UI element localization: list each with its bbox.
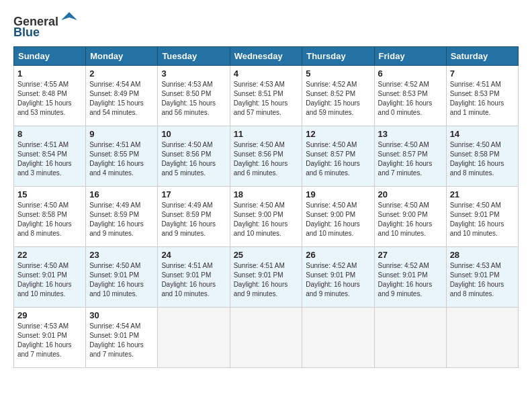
day-info: Sunrise: 4:50 AMSunset: 8:56 PMDaylight:… (161, 140, 226, 178)
day-number: 18 (234, 189, 299, 199)
calendar-week-4: 22Sunrise: 4:50 AMSunset: 9:01 PMDayligh… (14, 247, 519, 308)
day-number: 7 (450, 68, 515, 79)
day-cell-29: 29Sunrise: 4:53 AMSunset: 9:01 PMDayligh… (14, 308, 86, 368)
day-cell-20: 20Sunrise: 4:50 AMSunset: 9:00 PMDayligh… (374, 187, 446, 247)
day-info: Sunrise: 4:50 AMSunset: 8:58 PMDaylight:… (17, 201, 82, 238)
day-number: 26 (306, 250, 370, 260)
day-cell-27: 27Sunrise: 4:52 AMSunset: 9:01 PMDayligh… (374, 247, 446, 308)
day-info: Sunrise: 4:50 AMSunset: 9:00 PMDaylight:… (234, 201, 299, 238)
day-number: 16 (89, 189, 154, 199)
empty-cell (446, 308, 518, 368)
day-number: 11 (234, 129, 299, 139)
calendar-week-3: 15Sunrise: 4:50 AMSunset: 8:58 PMDayligh… (14, 187, 519, 247)
day-info: Sunrise: 4:53 AMSunset: 9:01 PMDaylight:… (450, 261, 515, 299)
day-cell-13: 13Sunrise: 4:50 AMSunset: 8:57 PMDayligh… (374, 126, 446, 187)
day-number: 24 (161, 250, 226, 260)
day-cell-16: 16Sunrise: 4:49 AMSunset: 8:59 PMDayligh… (86, 187, 158, 247)
day-number: 6 (378, 68, 443, 79)
empty-cell (374, 308, 446, 368)
day-info: Sunrise: 4:50 AMSunset: 9:00 PMDaylight:… (378, 201, 443, 238)
day-info: Sunrise: 4:52 AMSunset: 9:01 PMDaylight:… (306, 261, 370, 299)
day-cell-30: 30Sunrise: 4:54 AMSunset: 9:01 PMDayligh… (86, 308, 158, 368)
day-number: 20 (378, 189, 443, 199)
logo: General Blue (13, 13, 79, 40)
day-cell-3: 3Sunrise: 4:53 AMSunset: 8:50 PMDaylight… (158, 66, 230, 126)
day-number: 5 (306, 68, 370, 79)
svg-marker-0 (61, 12, 77, 20)
day-info: Sunrise: 4:54 AMSunset: 8:49 PMDaylight:… (89, 80, 154, 118)
day-info: Sunrise: 4:50 AMSunset: 9:01 PMDaylight:… (89, 261, 154, 299)
day-number: 12 (306, 129, 370, 139)
logo-icon (60, 11, 79, 30)
page-header: General Blue (13, 13, 519, 40)
day-info: Sunrise: 4:50 AMSunset: 9:00 PMDaylight:… (306, 201, 370, 238)
calendar-table: SundayMondayTuesdayWednesdayThursdayFrid… (13, 46, 519, 368)
day-cell-11: 11Sunrise: 4:50 AMSunset: 8:56 PMDayligh… (230, 126, 302, 187)
day-cell-14: 14Sunrise: 4:50 AMSunset: 8:58 PMDayligh… (446, 126, 518, 187)
day-number: 22 (17, 250, 82, 260)
day-info: Sunrise: 4:50 AMSunset: 8:57 PMDaylight:… (378, 140, 443, 178)
day-number: 30 (89, 310, 154, 320)
day-info: Sunrise: 4:51 AMSunset: 9:01 PMDaylight:… (234, 261, 299, 299)
day-cell-5: 5Sunrise: 4:52 AMSunset: 8:52 PMDaylight… (302, 66, 374, 126)
calendar-week-1: 1Sunrise: 4:55 AMSunset: 8:48 PMDaylight… (14, 66, 519, 126)
calendar-week-2: 8Sunrise: 4:51 AMSunset: 8:54 PMDaylight… (14, 126, 519, 187)
day-cell-26: 26Sunrise: 4:52 AMSunset: 9:01 PMDayligh… (302, 247, 374, 308)
weekday-header-saturday: Saturday (446, 47, 518, 66)
day-info: Sunrise: 4:53 AMSunset: 9:01 PMDaylight:… (17, 322, 82, 359)
day-number: 27 (378, 250, 443, 260)
day-info: Sunrise: 4:50 AMSunset: 8:56 PMDaylight:… (234, 140, 299, 178)
calendar-week-5: 29Sunrise: 4:53 AMSunset: 9:01 PMDayligh… (14, 308, 519, 368)
day-info: Sunrise: 4:54 AMSunset: 9:01 PMDaylight:… (89, 322, 154, 359)
day-info: Sunrise: 4:53 AMSunset: 8:51 PMDaylight:… (234, 80, 299, 118)
day-cell-2: 2Sunrise: 4:54 AMSunset: 8:49 PMDaylight… (86, 66, 158, 126)
day-cell-25: 25Sunrise: 4:51 AMSunset: 9:01 PMDayligh… (230, 247, 302, 308)
day-cell-7: 7Sunrise: 4:51 AMSunset: 8:53 PMDaylight… (446, 66, 518, 126)
day-info: Sunrise: 4:51 AMSunset: 9:01 PMDaylight:… (161, 261, 226, 299)
day-cell-15: 15Sunrise: 4:50 AMSunset: 8:58 PMDayligh… (14, 187, 86, 247)
day-cell-24: 24Sunrise: 4:51 AMSunset: 9:01 PMDayligh… (158, 247, 230, 308)
day-info: Sunrise: 4:52 AMSunset: 9:01 PMDaylight:… (378, 261, 443, 299)
day-info: Sunrise: 4:51 AMSunset: 8:53 PMDaylight:… (450, 80, 515, 118)
day-cell-22: 22Sunrise: 4:50 AMSunset: 9:01 PMDayligh… (14, 247, 86, 308)
weekday-header-thursday: Thursday (302, 47, 374, 66)
day-info: Sunrise: 4:50 AMSunset: 8:58 PMDaylight:… (450, 140, 515, 178)
day-info: Sunrise: 4:51 AMSunset: 8:55 PMDaylight:… (89, 140, 154, 178)
day-info: Sunrise: 4:50 AMSunset: 9:01 PMDaylight:… (17, 261, 82, 299)
day-cell-19: 19Sunrise: 4:50 AMSunset: 9:00 PMDayligh… (302, 187, 374, 247)
day-number: 2 (89, 68, 154, 79)
day-cell-6: 6Sunrise: 4:52 AMSunset: 8:53 PMDaylight… (374, 66, 446, 126)
day-info: Sunrise: 4:51 AMSunset: 8:54 PMDaylight:… (17, 140, 82, 178)
weekday-header-friday: Friday (374, 47, 446, 66)
empty-cell (158, 308, 230, 368)
day-cell-1: 1Sunrise: 4:55 AMSunset: 8:48 PMDaylight… (14, 66, 86, 126)
empty-cell (302, 308, 374, 368)
day-info: Sunrise: 4:50 AMSunset: 8:57 PMDaylight:… (306, 140, 370, 178)
weekday-header-sunday: Sunday (14, 47, 86, 66)
day-number: 25 (234, 250, 299, 260)
day-cell-18: 18Sunrise: 4:50 AMSunset: 9:00 PMDayligh… (230, 187, 302, 247)
day-number: 23 (89, 250, 154, 260)
day-cell-21: 21Sunrise: 4:50 AMSunset: 9:01 PMDayligh… (446, 187, 518, 247)
day-number: 19 (306, 189, 370, 199)
day-number: 28 (450, 250, 515, 260)
day-info: Sunrise: 4:55 AMSunset: 8:48 PMDaylight:… (17, 80, 82, 118)
day-cell-17: 17Sunrise: 4:49 AMSunset: 8:59 PMDayligh… (158, 187, 230, 247)
day-number: 4 (234, 68, 299, 79)
day-number: 8 (17, 129, 82, 139)
day-number: 14 (450, 129, 515, 139)
weekday-header-wednesday: Wednesday (230, 47, 302, 66)
weekday-header-monday: Monday (86, 47, 158, 66)
day-cell-4: 4Sunrise: 4:53 AMSunset: 8:51 PMDaylight… (230, 66, 302, 126)
day-info: Sunrise: 4:49 AMSunset: 8:59 PMDaylight:… (161, 201, 226, 238)
day-info: Sunrise: 4:52 AMSunset: 8:52 PMDaylight:… (306, 80, 370, 118)
day-cell-9: 9Sunrise: 4:51 AMSunset: 8:55 PMDaylight… (86, 126, 158, 187)
day-number: 21 (450, 189, 515, 199)
day-cell-23: 23Sunrise: 4:50 AMSunset: 9:01 PMDayligh… (86, 247, 158, 308)
logo-blue-text: Blue (13, 26, 40, 40)
day-info: Sunrise: 4:52 AMSunset: 8:53 PMDaylight:… (378, 80, 443, 118)
day-info: Sunrise: 4:50 AMSunset: 9:01 PMDaylight:… (450, 201, 515, 238)
day-cell-8: 8Sunrise: 4:51 AMSunset: 8:54 PMDaylight… (14, 126, 86, 187)
day-cell-12: 12Sunrise: 4:50 AMSunset: 8:57 PMDayligh… (302, 126, 374, 187)
day-number: 17 (161, 189, 226, 199)
